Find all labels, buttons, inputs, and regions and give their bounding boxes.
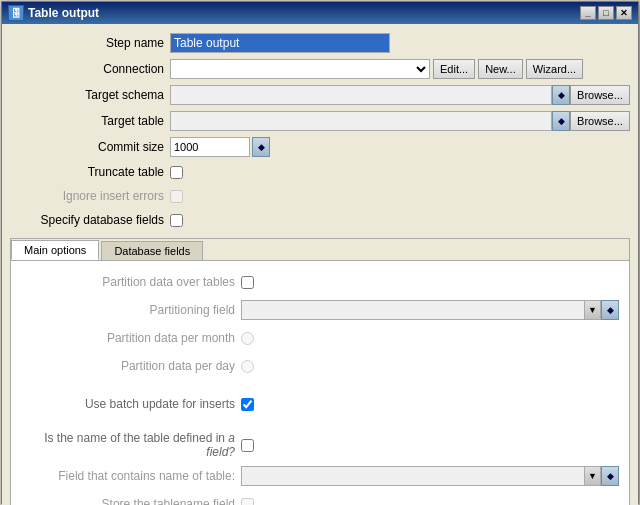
titlebar-buttons: _ □ ✕ [580,6,632,20]
partition-per-month-label: Partition data per month [21,331,241,345]
commit-size-label: Commit size [10,140,170,154]
connection-row: Connection Edit... New... Wizard... [10,58,630,80]
wizard-button[interactable]: Wizard... [526,59,583,79]
new-button[interactable]: New... [478,59,523,79]
step-name-label: Step name [10,36,170,50]
store-tablename-row: Store the tablename field [21,493,619,505]
commit-size-input[interactable] [170,137,250,157]
close-button[interactable]: ✕ [616,6,632,20]
partitioning-field-dropdown-btn[interactable]: ▼ [585,300,601,320]
maximize-button[interactable]: □ [598,6,614,20]
target-table-controls: ◆ Browse... [170,111,630,131]
main-window: 🗄 Table output _ □ ✕ Step name Connectio… [1,1,639,504]
partition-data-label: Partition data over tables [21,275,241,289]
target-schema-controls: ◆ Browse... [170,85,630,105]
partitioning-field-label: Partitioning field [21,303,241,317]
partition-per-month-radio[interactable] [241,332,254,345]
truncate-table-label: Truncate table [10,165,170,179]
target-table-row: Target table ◆ Browse... [10,110,630,132]
connection-label: Connection [10,62,170,76]
partitioning-field-icon-btn[interactable]: ◆ [601,300,619,320]
titlebar: 🗄 Table output _ □ ✕ [2,2,638,24]
table-in-field-label: Is the name of the table defined in a fi… [21,431,241,459]
partition-per-day-label: Partition data per day [21,359,241,373]
target-table-icon-btn[interactable]: ◆ [552,111,570,131]
connection-select[interactable] [170,59,430,79]
tabs-header: Main options Database fields [11,239,629,261]
target-schema-row: Target schema ◆ Browse... [10,84,630,106]
target-table-label: Target table [10,114,170,128]
tab-main-content: Partition data over tables Partitioning … [11,261,629,505]
commit-size-row: Commit size ◆ [10,136,630,158]
partition-data-row: Partition data over tables [21,271,619,293]
use-batch-update-row: Use batch update for inserts [21,393,619,415]
tabs-container: Main options Database fields Partition d… [10,238,630,505]
partition-per-day-row: Partition data per day [21,355,619,377]
separator-1 [21,383,619,387]
tab-database-fields[interactable]: Database fields [101,241,203,260]
store-tablename-label: Store the tablename field [21,497,241,505]
target-schema-label: Target schema [10,88,170,102]
target-schema-input[interactable] [170,85,552,105]
partitioning-field-controls: ▼ ◆ [241,300,619,320]
field-contains-table-icon-btn[interactable]: ◆ [601,466,619,486]
specify-db-fields-row: Specify database fields [10,210,630,230]
partition-per-day-radio-group [241,360,254,373]
field-contains-table-controls: ▼ ◆ [241,466,619,486]
field-contains-table-label: Field that contains name of table: [21,469,241,483]
table-in-field-checkbox[interactable] [241,439,254,452]
use-batch-update-checkbox[interactable] [241,398,254,411]
target-table-input[interactable] [170,111,552,131]
titlebar-icon: 🗄 [8,5,24,21]
store-tablename-checkbox[interactable] [241,498,254,506]
partitioning-field-input[interactable] [241,300,585,320]
target-schema-icon-btn[interactable]: ◆ [552,85,570,105]
partition-data-checkbox[interactable] [241,276,254,289]
partition-per-month-radio-group [241,332,254,345]
titlebar-left: 🗄 Table output [8,5,99,21]
field-contains-table-dropdown-btn[interactable]: ▼ [585,466,601,486]
truncate-table-row: Truncate table [10,162,630,182]
specify-db-fields-checkbox[interactable] [170,214,183,227]
commit-size-icon-btn[interactable]: ◆ [252,137,270,157]
separator-2 [21,421,619,425]
step-name-row: Step name [10,32,630,54]
partition-per-day-radio[interactable] [241,360,254,373]
window-title: Table output [28,6,99,20]
use-batch-update-label: Use batch update for inserts [21,397,241,411]
edit-button[interactable]: Edit... [433,59,475,79]
ignore-insert-errors-label: Ignore insert errors [10,189,170,203]
tab-main-options[interactable]: Main options [11,240,99,260]
truncate-table-checkbox[interactable] [170,166,183,179]
connection-controls: Edit... New... Wizard... [170,59,583,79]
specify-db-fields-label: Specify database fields [10,213,170,227]
ignore-insert-errors-row: Ignore insert errors [10,186,630,206]
form-content: Step name Connection Edit... New... Wiza… [2,24,638,505]
partition-per-month-row: Partition data per month [21,327,619,349]
target-schema-browse-button[interactable]: Browse... [570,85,630,105]
step-name-input[interactable] [170,33,390,53]
partitioning-field-row: Partitioning field ▼ ◆ [21,299,619,321]
field-contains-table-input[interactable] [241,466,585,486]
target-table-browse-button[interactable]: Browse... [570,111,630,131]
ignore-insert-errors-checkbox[interactable] [170,190,183,203]
commit-size-controls: ◆ [170,137,270,157]
minimize-button[interactable]: _ [580,6,596,20]
table-in-field-row: Is the name of the table defined in a fi… [21,431,619,459]
field-contains-table-row: Field that contains name of table: ▼ ◆ [21,465,619,487]
